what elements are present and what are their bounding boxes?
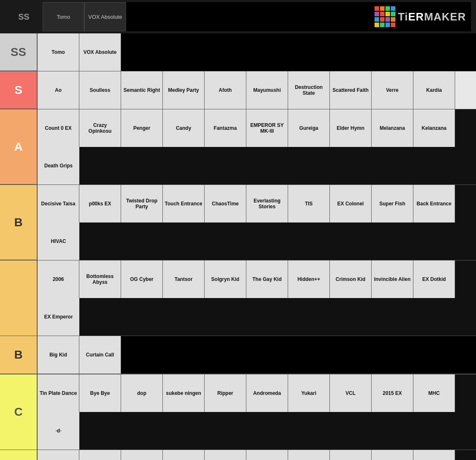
tier-item: Bye Bye: [79, 374, 121, 412]
ss-label: SS: [18, 12, 30, 21]
tier-b3-items: Big Kid Curtain Call: [38, 336, 476, 374]
tiermaker-logo: TiERMAKER: [375, 6, 466, 27]
tier-b-label3: B: [0, 336, 38, 374]
tier-item: Solgryn Kid: [205, 260, 246, 298]
tier-item: Everlasting Stories: [246, 185, 288, 222]
tier-label-ss: SS: [0, 33, 38, 71]
tier-item: EX Dotkid: [413, 260, 455, 298]
tier-a: A Count 0 EX Crazy Opinkosu Penger Candy…: [0, 109, 476, 185]
tier-b1-items: Decisive Taisa p00ks EX Twisted Drop Par…: [38, 185, 476, 260]
tier-item: Soulless: [79, 71, 121, 109]
tier-item: Yukari: [288, 374, 330, 412]
tier-item: Hidden++: [288, 260, 330, 298]
tier-item: Destruction State: [288, 71, 330, 109]
tier-item: dop: [121, 374, 163, 412]
tier-item: Curtain Call: [79, 336, 121, 374]
tier-item: Mood Breaker: [121, 450, 163, 460]
tier-item: OG Cyber: [121, 260, 163, 298]
logo-text: TiERMAKER: [398, 10, 466, 23]
tier-c1-items: Tin Plate Dance Bye Bye dop sukebe ninge…: [38, 374, 476, 450]
header-tomo: Tomo: [43, 2, 84, 31]
tier-item: The Gay Kid: [246, 260, 288, 298]
tier-item: Count 0 EX: [38, 109, 79, 147]
tier-b-row2: 2006 Bottomless Abyss OG Cyber Tantsor S…: [0, 260, 476, 336]
tier-item: Gureiga: [288, 109, 330, 147]
tier-item: Leave Early: [246, 450, 288, 460]
tier-item: Semantic Right: [121, 71, 163, 109]
tier-item: Psycho: [163, 450, 205, 460]
header: SS Tomo VOX Absolute: [0, 0, 476, 33]
tier-item: Big Kid: [38, 336, 79, 374]
tier-item: Decisive Taisa: [38, 185, 79, 222]
tier-item: Verre: [372, 71, 413, 109]
tier-item: 2015 EX: [372, 374, 413, 412]
tier-item: Ripper: [205, 374, 246, 412]
tier-item: Melanzana: [372, 109, 413, 147]
tier-item: VOX Absolute: [79, 33, 121, 71]
tier-item: Unicorn: [205, 450, 246, 460]
tier-item: Tin Plate Dance: [38, 374, 79, 412]
tier-c-row2: Tokoroten Immature Life Mood Breaker Psy…: [0, 450, 476, 460]
tier-item: EX Emperor: [38, 298, 79, 336]
tier-b-row3: B Big Kid Curtain Call: [0, 336, 476, 374]
header-ss-label: SS: [5, 12, 43, 22]
tier-item: Scattered Faith: [330, 71, 372, 109]
tier-item: sukebe ningen: [163, 374, 205, 412]
tier-item: Mayumushi: [246, 71, 288, 109]
tier-item: Candy: [163, 109, 205, 147]
tier-item: VCL: [330, 374, 372, 412]
tiermaker-container: SS Tomo VOX Absolute: [0, 0, 476, 460]
tier-item: Touch Entrance: [163, 185, 205, 222]
tier-label-c: C: [0, 374, 38, 450]
tier-b3-black: [121, 336, 476, 374]
tier-c2-items: Tokoroten Immature Life Mood Breaker Psy…: [38, 450, 476, 460]
tier-ss: SS Tomo VOX Absolute: [0, 33, 476, 71]
tier-item: Noesis: [372, 450, 413, 460]
tier-a-items: Count 0 EX Crazy Opinkosu Penger Candy F…: [38, 109, 476, 185]
tier-s: S Ao Soulless Semantic Right Medley Part…: [0, 71, 476, 109]
tier-item: MHC: [413, 374, 455, 412]
tier-item: p00ks EX: [79, 185, 121, 222]
tier-item: Immature Life: [79, 450, 121, 460]
tier-b-label-spacer: [0, 260, 38, 336]
tier-b-row1: B Decisive Taisa p00ks EX Twisted Drop P…: [0, 185, 476, 260]
tier-item: EMPEROR SY MK-III: [246, 109, 288, 147]
tier-item: Elder Hymn: [330, 109, 372, 147]
tier-item: Afoth: [205, 71, 246, 109]
tier-label-a: A: [0, 109, 38, 185]
tier-item: Tantsor: [163, 260, 205, 298]
tier-item: Crazy Opinkosu: [79, 109, 121, 147]
tier-item: Fantazma: [205, 109, 246, 147]
tier-item: TIS: [288, 185, 330, 222]
tier-item: Crimson Kid: [330, 260, 372, 298]
tier-item: Medley Party: [163, 71, 205, 109]
tier-item: Kardia: [413, 71, 455, 109]
tier-s-items: Ao Soulless Semantic Right Medley Party …: [38, 71, 476, 109]
tier-item: Back Entrance: [413, 185, 455, 222]
tier-ss-items: Tomo VOX Absolute: [38, 33, 476, 71]
tier-item: Flippy Area: [413, 450, 455, 460]
tier-item: Invincible Taisa: [288, 450, 330, 460]
tier-item: HIVAC: [38, 222, 79, 260]
tier-item: Ao: [38, 71, 79, 109]
tier-s-empty: [455, 71, 476, 109]
tier-item: Kelanzana: [413, 109, 455, 147]
tier-item: Andromeda: [246, 374, 288, 412]
tier-item: ·d·: [38, 412, 79, 450]
header-vox: VOX Absolute: [84, 2, 126, 31]
tier-item: Penger: [121, 109, 163, 147]
tier-item: Twisted Drop Party: [121, 185, 163, 222]
logo-grid-icon: [375, 6, 395, 27]
tier-c-label2: [0, 450, 38, 460]
header-logo-area: TiERMAKER: [126, 2, 471, 31]
tier-b2-items: 2006 Bottomless Abyss OG Cyber Tantsor S…: [38, 260, 476, 336]
tier-item: Bottomless Abyss: [79, 260, 121, 298]
tier-item: Tomo: [38, 33, 79, 71]
tier-ss-black: [121, 33, 476, 71]
tier-c-row1: C Tin Plate Dance Bye Bye dop sukebe nin…: [0, 374, 476, 450]
tier-item: 2006: [38, 260, 79, 298]
tier-item: Death Grips: [38, 147, 79, 185]
tier-item: Invincible Alien: [372, 260, 413, 298]
tier-item: Super Fish: [372, 185, 413, 222]
tier-item: EX Colonel: [330, 185, 372, 222]
